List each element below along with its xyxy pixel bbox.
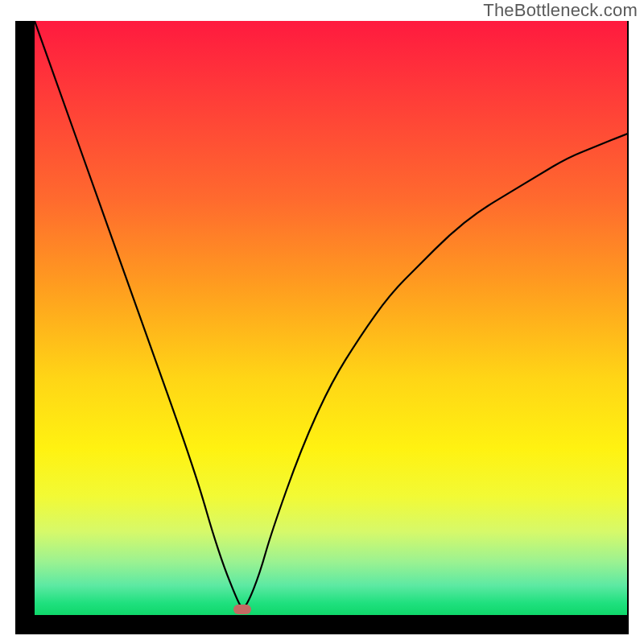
bottleneck-curve xyxy=(35,21,627,615)
watermark-text: TheBottleneck.com xyxy=(483,0,638,21)
curve-path xyxy=(35,21,627,607)
plot-area xyxy=(35,21,627,615)
plot-outer-border xyxy=(15,21,629,634)
chart-frame: TheBottleneck.com xyxy=(0,0,644,644)
minimum-marker xyxy=(233,605,251,614)
